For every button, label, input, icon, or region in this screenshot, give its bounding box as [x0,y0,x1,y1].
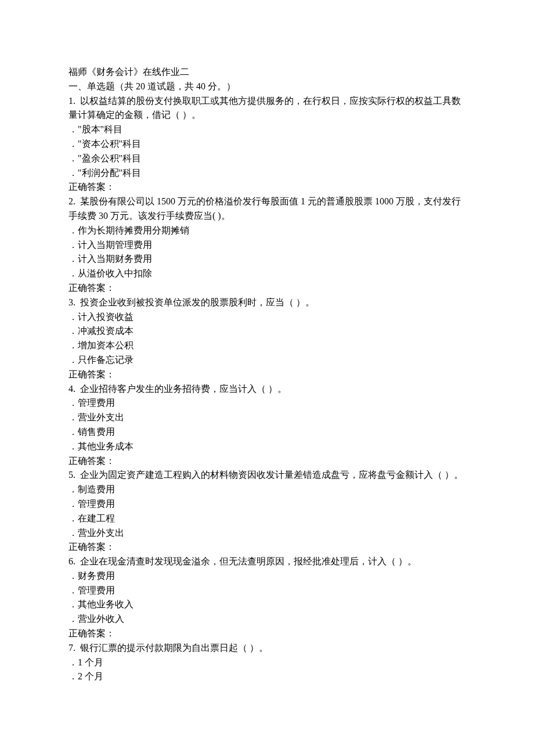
answer-label: 正确答案： [68,368,466,382]
option-text: 其他业务成本 [78,441,134,451]
question-option: ．其他业务收入 [68,597,466,612]
option-text: 营业外收入 [78,614,124,624]
question-option: ．销售费用 [68,425,466,440]
option-text: 2 个月 [78,671,103,681]
option-text: 制造费用 [78,484,115,494]
question-text: 企业为固定资产建造工程购入的材料物资因收发计量差错造成盘亏，应将盘亏金额计入（ … [80,470,463,480]
question-stem: 2. 某股份有限公司以 1500 万元的价格溢价发行每股面值 1 元的普通股股票… [68,195,466,224]
question-stem: 4. 企业招待客户发生的业务招待费，应当计入（ ）。 [68,382,466,397]
question-option: ．计入当期财务费用 [68,252,466,267]
option-text: 在建工程 [78,513,115,523]
question-option: ．"资本公积"科目 [68,137,466,152]
question-option: ．营业外收入 [68,612,466,627]
question-option: ．增加资本公积 [68,339,466,353]
question-option: ．"利润分配"科目 [68,166,466,181]
question-option: ．"股本"科目 [68,123,466,137]
answer-label: 正确答案： [68,180,466,195]
question-text: 企业招待客户发生的业务招待费，应当计入（ ）。 [80,384,287,394]
option-text: "盈余公积"科目 [78,153,141,163]
option-text: 销售费用 [78,427,115,437]
question-text: 投资企业收到被投资单位派发的股票股利时，应当（ ）。 [80,297,315,307]
option-text: "利润分配"科目 [78,168,141,178]
question-option: ．计入当期管理费用 [68,238,466,253]
option-text: 管理费用 [78,499,115,509]
question-text: 以权益结算的股份支付换取职工或其他方提供服务的，在行权日，应按实际行权的权益工具… [68,96,461,120]
option-text: 从溢价收入中扣除 [78,268,152,278]
question-option: ．"盈余公积"科目 [68,152,466,166]
option-text: 冲减投资成本 [78,326,134,336]
question-option: ．营业外支出 [68,526,466,541]
question-number: 7. [68,643,75,653]
question-number: 6. [68,556,75,566]
answer-label: 正确答案： [68,627,466,641]
question-number: 1. [68,96,75,106]
option-text: 计入当期财务费用 [78,254,152,264]
question-number: 5. [68,470,75,480]
question-option: ．1 个月 [68,656,466,670]
option-text: 其他业务收入 [78,599,134,609]
question-option: ．营业外支出 [68,411,466,425]
question-stem: 1. 以权益结算的股份支付换取职工或其他方提供服务的，在行权日，应按实际行权的权… [68,94,466,123]
section-heading: 一、单选题（共 20 道试题，共 40 分。） [68,80,466,94]
option-text: 只作备忘记录 [78,355,134,365]
question-option: ．计入投资收益 [68,310,466,325]
question-option: ．管理费用 [68,584,466,598]
document-title: 福师《财务会计》在线作业二 [68,65,466,80]
question-option: ．管理费用 [68,396,466,411]
question-option: ．财务费用 [68,569,466,584]
option-text: 1 个月 [78,657,103,667]
option-text: 管理费用 [78,585,115,595]
option-text: 增加资本公积 [78,340,134,350]
answer-label: 正确答案： [68,454,466,469]
option-text: 作为长期待摊费用分期摊销 [78,225,189,235]
question-text: 某股份有限公司以 1500 万元的价格溢价发行每股面值 1 元的普通股股票 10… [68,196,461,221]
question-stem: 3. 投资企业收到被投资单位派发的股票股利时，应当（ ）。 [68,296,466,310]
question-option: ．从溢价收入中扣除 [68,267,466,281]
question-option: ．作为长期待摊费用分期摊销 [68,224,466,238]
question-text: 企业在现金清查时发现现金溢余，但无法查明原因，报经批准处理后，计入（ ）。 [80,556,417,566]
option-text: "资本公积"科目 [78,139,141,149]
question-option: ．只作备忘记录 [68,353,466,368]
question-stem: 7. 银行汇票的提示付款期限为自出票日起（ ）。 [68,641,466,656]
question-number: 3. [68,297,75,307]
question-stem: 6. 企业在现金清查时发现现金溢余，但无法查明原因，报经批准处理后，计入（ ）。 [68,555,466,569]
option-text: 管理费用 [78,398,115,408]
question-option: ．管理费用 [68,497,466,512]
option-text: 营业外支出 [78,528,124,538]
question-number: 2. [68,196,75,206]
option-text: 计入当期管理费用 [78,240,152,250]
question-text: 银行汇票的提示付款期限为自出票日起（ ）。 [80,643,268,653]
question-option: ．其他业务成本 [68,440,466,454]
question-option: ．在建工程 [68,512,466,526]
question-number: 4. [68,384,75,394]
option-text: "股本"科目 [78,124,122,134]
answer-label: 正确答案： [68,281,466,296]
question-option: ．冲减投资成本 [68,324,466,339]
question-stem: 5. 企业为固定资产建造工程购入的材料物资因收发计量差错造成盘亏，应将盘亏金额计… [68,468,466,483]
answer-label: 正确答案： [68,540,466,555]
question-option: ．2 个月 [68,669,466,684]
question-option: ．制造费用 [68,483,466,497]
option-text: 计入投资收益 [78,312,134,322]
option-text: 财务费用 [78,571,115,581]
document-page: 福师《财务会计》在线作业二 一、单选题（共 20 道试题，共 40 分。） 1.… [0,0,534,756]
option-text: 营业外支出 [78,412,124,422]
